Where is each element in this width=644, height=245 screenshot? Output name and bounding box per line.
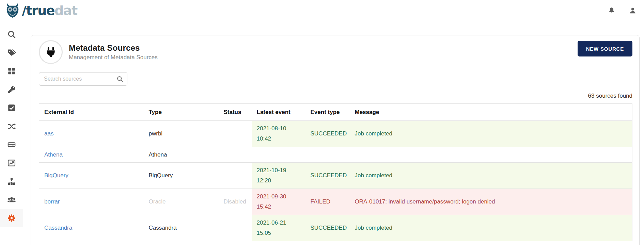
column-header-latest-event: Latest event: [252, 104, 305, 121]
title-block: Metadata Sources Management of Metadata …: [69, 43, 158, 61]
column-header-event-type: Event type: [305, 104, 350, 121]
sidebar-item-analytics[interactable]: [0, 154, 23, 172]
sidebar: [0, 21, 23, 245]
sitemap-icon: [7, 177, 16, 186]
source-link[interactable]: BigQuery: [44, 172, 68, 179]
sidebar-item-quality[interactable]: [0, 99, 23, 117]
page-title: Metadata Sources: [69, 43, 158, 53]
message-cell: Job completed: [350, 163, 632, 189]
search-icon: [116, 76, 123, 82]
external-id-cell: borrar: [39, 189, 144, 215]
message-cell: ORA-01017: invalid username/password; lo…: [350, 189, 632, 215]
column-header-type: Type: [144, 104, 219, 121]
latest-event-cell: 2021-06-21 15:05: [252, 215, 305, 241]
chart-line-icon: [7, 159, 16, 167]
sidebar-item-search[interactable]: [0, 25, 23, 44]
external-id-cell: Cassandra: [39, 215, 144, 241]
sources-table-body: aas pwrbi 2021-08-10 10:42 SUCCEEDED Job…: [39, 121, 632, 241]
type-cell: BigQuery: [144, 163, 219, 189]
topbar-actions: [608, 7, 639, 14]
latest-event-cell: 2021-10-19 12:20: [252, 163, 305, 189]
source-avatar: [39, 40, 63, 64]
event-type-cell: SUCCEEDED: [305, 163, 350, 189]
source-link[interactable]: Cassandra: [44, 225, 72, 231]
source-link[interactable]: borrar: [44, 198, 60, 205]
message-cell: Job completed: [350, 215, 632, 241]
grid-icon: [7, 67, 16, 76]
users-icon: [7, 195, 16, 204]
logo-text: /truedat: [22, 4, 77, 17]
tags-icon: [7, 48, 16, 57]
key-icon: [7, 85, 16, 94]
type-cell: Athena: [144, 147, 219, 163]
sidebar-item-dashboard[interactable]: [0, 62, 23, 80]
results-count: 63 sources found: [39, 93, 632, 99]
owl-logo-icon: [5, 3, 20, 18]
table-row: BigQuery BigQuery 2021-10-19 12:20 SUCCE…: [39, 163, 632, 189]
message-cell: [350, 147, 632, 163]
message-cell: Job completed: [350, 121, 632, 147]
shuffle-icon: [7, 122, 16, 131]
source-link[interactable]: Athena: [44, 151, 63, 158]
latest-event-cell: [252, 147, 305, 163]
status-cell: [219, 163, 252, 189]
search-icon: [7, 30, 16, 39]
event-type-cell: [305, 147, 350, 163]
hard-drive-icon: [7, 140, 16, 149]
table-row: borrar Oracle Disabled 2021-09-30 15:42 …: [39, 189, 632, 215]
latest-event-cell: 2021-08-10 10:42: [252, 121, 305, 147]
sidebar-item-data-structures[interactable]: [0, 135, 23, 154]
event-type-cell: SUCCEEDED: [305, 215, 350, 241]
status-cell: Disabled: [219, 189, 252, 215]
user-avatar-icon[interactable]: [629, 7, 637, 14]
check-square-icon: [7, 103, 16, 112]
status-cell: [219, 121, 252, 147]
column-header-external-id: External Id: [39, 104, 144, 121]
panel-header: Metadata Sources Management of Metadata …: [39, 40, 632, 64]
external-id-cell: BigQuery: [39, 163, 144, 189]
type-cell: Cassandra: [144, 215, 219, 241]
table-row: Cassandra Cassandra 2021-06-21 15:05 SUC…: [39, 215, 632, 241]
search-input[interactable]: [39, 72, 127, 86]
page-subtitle: Management of Metadata Sources: [69, 54, 158, 61]
sidebar-item-users[interactable]: [0, 191, 23, 209]
sidebar-item-permissions[interactable]: [0, 80, 23, 99]
top-bar: /truedat: [0, 0, 644, 21]
table-header-row: External Id Type Status Latest event Eve…: [39, 104, 632, 121]
metadata-sources-panel: Metadata Sources Management of Metadata …: [31, 35, 640, 245]
status-cell: [219, 147, 252, 163]
settings-gear-icon: [7, 214, 16, 223]
search-box: [39, 72, 127, 86]
external-id-cell: Athena: [39, 147, 144, 163]
sidebar-item-settings[interactable]: [0, 209, 23, 227]
truedat-logo[interactable]: /truedat: [5, 3, 77, 18]
sidebar-item-lineage[interactable]: [0, 117, 23, 135]
type-cell: Oracle: [144, 189, 219, 215]
new-source-button[interactable]: NEW SOURCE: [578, 41, 632, 56]
column-header-status: Status: [219, 104, 252, 121]
status-cell: [219, 215, 252, 241]
source-link[interactable]: aas: [44, 130, 53, 137]
event-type-cell: FAILED: [305, 189, 350, 215]
plug-icon: [45, 46, 57, 58]
table-row: Athena Athena: [39, 147, 632, 163]
sidebar-item-tags[interactable]: [0, 44, 23, 62]
sidebar-item-taxonomy[interactable]: [0, 172, 23, 191]
type-cell: pwrbi: [144, 121, 219, 147]
notifications-bell-icon[interactable]: [608, 7, 615, 14]
latest-event-cell: 2021-09-30 15:42: [252, 189, 305, 215]
table-row: aas pwrbi 2021-08-10 10:42 SUCCEEDED Job…: [39, 121, 632, 147]
column-header-message: Message: [350, 104, 632, 121]
external-id-cell: aas: [39, 121, 144, 147]
event-type-cell: SUCCEEDED: [305, 121, 350, 147]
sources-table: External Id Type Status Latest event Eve…: [39, 103, 632, 241]
